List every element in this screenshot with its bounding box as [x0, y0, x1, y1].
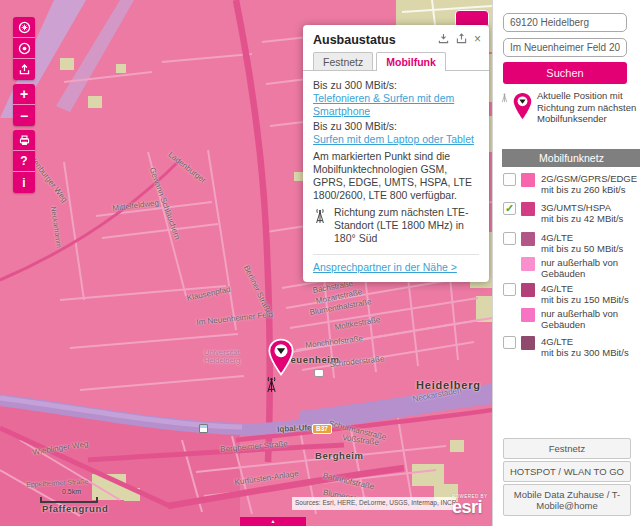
overview-button[interactable] — [13, 17, 35, 38]
legend-item-2g: ✓ 2G/GSM/GPRS/EDGEmit bis zu 260 kBit/s — [503, 173, 637, 195]
legend-item-3g: ✓ 3G/UMTS/HSPAmit bis zu 42 MBit/s — [503, 202, 623, 224]
position-pin-icon — [512, 92, 533, 120]
map-attribution: Sources: Esri, HERE, DeLorme, USGS, Inte… — [292, 497, 456, 510]
coverage-map-app: Ladenburger Weg Ladenburger Mittelfeldwe… — [0, 0, 640, 526]
legend-label: 4G/LTEmit bis zu 300 MBit/s — [541, 336, 629, 358]
direction-block: Richtung zum nächsten LTE-Standort (LTE … — [313, 206, 479, 245]
popup-title: Ausbaustatus — [313, 33, 396, 47]
legend-item-4g300: ✓ 4G/LTEmit bis zu 300 MBit/s — [503, 336, 629, 358]
availability-text: Am markierten Punkt sind die Mobilfunkte… — [313, 150, 479, 202]
esri-logo: esri — [452, 497, 482, 518]
position-note: Aktuelle Position mit Richtung zum nächs… — [537, 90, 637, 125]
zoom-out-button[interactable]: − — [13, 105, 35, 126]
printer-icon — [18, 134, 31, 147]
legend-label: 3G/UMTS/HSPAmit bis zu 42 MBit/s — [541, 202, 623, 224]
print-button[interactable] — [13, 130, 35, 151]
transit-icon — [314, 369, 324, 377]
tab-mobilfunk[interactable]: Mobilfunk — [376, 52, 446, 71]
legend-subitem-4g50: nur außerhalb von Gebäuden — [521, 257, 629, 279]
coverage-popup: Ausbaustatus × Festnetz Mobilfunk Bis zu… — [303, 25, 489, 282]
antenna-icon — [264, 376, 279, 393]
legend-label: 2G/GSM/GPRS/EDGEmit bis zu 260 kBit/s — [541, 173, 637, 195]
legend-item-4g50: ✓ 4G/LTEmit bis zu 50 MBit/s — [503, 232, 623, 254]
compass-star-icon — [18, 21, 31, 34]
zoom-in-button[interactable]: + — [13, 84, 35, 105]
legend-label: 4G/LTEmit bis zu 50 MBit/s — [541, 232, 623, 254]
sidebar: Suchen Aktuelle Position mit Richtung zu… — [492, 0, 640, 526]
swatch-4g50-outdoor — [521, 257, 535, 271]
station-icon — [199, 424, 208, 433]
swatch-2g — [521, 173, 535, 187]
checkbox-4g50[interactable]: ✓ — [503, 232, 516, 245]
swatch-4g150 — [521, 283, 535, 297]
scale-bar — [40, 497, 98, 503]
legend-label: 4G/LTEmit bis zu 150 MBit/s — [541, 283, 629, 305]
popup-tools: × — [438, 33, 481, 45]
dock-icon[interactable] — [438, 33, 449, 45]
location-pin-icon[interactable] — [267, 338, 295, 376]
contact-section: Ansprechpartner in der Nähe > — [313, 254, 479, 274]
tab-festnetz[interactable]: Festnetz — [313, 52, 373, 70]
laptop-link[interactable]: Surfen mit dem Laptop oder Tablet — [313, 133, 474, 145]
popup-body: Bis zu 300 MBit/s: Telefonieren & Surfen… — [303, 71, 489, 282]
direction-text: Richtung zum nächsten LTE-Standort (LTE … — [334, 206, 479, 245]
legend-item-4g150: ✓ 4G/LTEmit bis zu 150 MBit/s — [503, 283, 629, 305]
swatch-4g150-outdoor — [521, 308, 535, 322]
search-button[interactable]: Suchen — [503, 62, 627, 84]
swatch-3g — [521, 202, 535, 216]
swatch-4g300 — [521, 336, 535, 350]
checkbox-2g[interactable]: ✓ — [503, 173, 516, 186]
share-button[interactable] — [13, 59, 35, 80]
popup-header: Ausbaustatus × — [303, 25, 489, 52]
festnetz-button[interactable]: Festnetz — [503, 438, 631, 459]
contact-link[interactable]: Ansprechpartner in der Nähe > — [313, 261, 457, 273]
share-popup-icon[interactable] — [456, 33, 467, 45]
zip-city-input[interactable] — [503, 13, 627, 32]
toolbar-group-zoom: + − — [13, 84, 35, 126]
checkbox-4g150[interactable]: ✓ — [503, 283, 516, 296]
map-canvas[interactable]: Ladenburger Weg Ladenburger Mittelfeldwe… — [0, 0, 492, 526]
street-input[interactable] — [503, 38, 627, 57]
swatch-4g50 — [521, 232, 535, 246]
hotspot-button[interactable]: HOTSPOT / WLAN TO GO — [503, 461, 631, 482]
road-shield-b37: B37 — [312, 424, 332, 434]
speed-line-2: Bis zu 300 MBit/s: — [313, 120, 479, 133]
checkbox-4g300[interactable]: ✓ — [503, 336, 516, 349]
legend-sublabel: nur außerhalb von Gebäuden — [541, 257, 629, 279]
geolocate-button[interactable] — [13, 38, 35, 59]
speed-line-1: Bis zu 300 MBit/s: — [313, 79, 479, 92]
attribution-expander[interactable]: ▲ — [240, 517, 306, 526]
legend-subitem-4g150: nur außerhalb von Gebäuden — [521, 308, 629, 330]
close-icon[interactable]: × — [474, 34, 481, 44]
legend-header: Mobilfunknetz — [502, 149, 640, 167]
locate-dot-icon — [18, 42, 31, 55]
toolbar-group-location — [13, 17, 35, 80]
scale-label: 0.5km — [62, 488, 81, 495]
checkbox-3g[interactable]: ✓ — [503, 202, 516, 215]
info-button[interactable]: i — [13, 172, 35, 193]
share-icon — [18, 63, 31, 76]
antenna-icon — [500, 92, 509, 103]
smartphone-link[interactable]: Telefonieren & Surfen mit dem Smartphone — [313, 92, 454, 117]
antenna-icon — [313, 206, 329, 245]
legend-sublabel: nur außerhalb von Gebäuden — [541, 308, 629, 330]
help-button[interactable]: ? — [13, 151, 35, 172]
toolbar-group-misc: ? i — [13, 130, 35, 193]
mobile-data-button[interactable]: Mobile Data Zuhause / T-Mobile@home — [503, 484, 631, 516]
popup-tabs: Festnetz Mobilfunk — [303, 52, 489, 71]
